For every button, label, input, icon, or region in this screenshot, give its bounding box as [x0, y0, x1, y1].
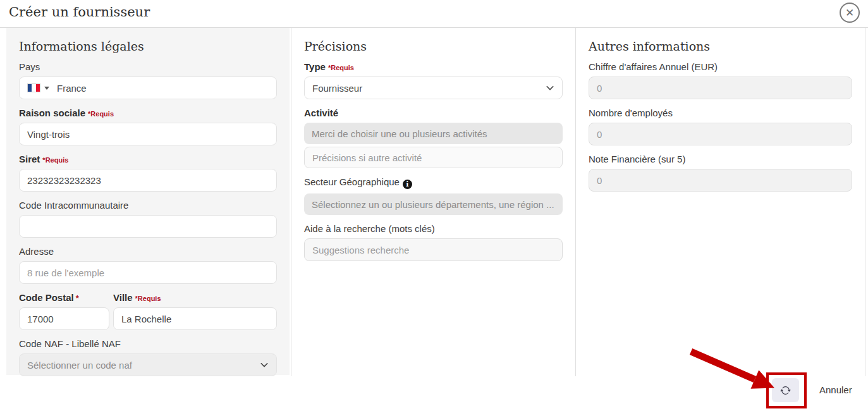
required-badge: *Requis [328, 64, 354, 71]
code-naf-placeholder: Sélectionner un code naf [27, 360, 260, 371]
siret-input[interactable] [19, 169, 277, 192]
activite-label: Activité [304, 107, 563, 118]
aide-recherche-input[interactable] [304, 238, 563, 261]
nombre-employes-value: 0 [597, 129, 602, 140]
nombre-employes-label: Nombre d'employés [589, 107, 852, 118]
required-asterisk: * [76, 293, 79, 303]
section-informations-legales: Informations légales Pays France Raison … [6, 28, 290, 375]
aide-recherche-label: Aide à la recherche (mots clés) [304, 223, 563, 234]
note-financiere-value: 0 [597, 175, 602, 186]
code-intracommunautaire-label: Code Intracommunautaire [19, 200, 277, 211]
chiffre-affaires-value: 0 [597, 83, 602, 94]
required-badge: *Requis [88, 110, 114, 118]
section-autres-informations: Autres informations Chiffre d'affaires A… [576, 28, 865, 198]
type-label: Type*Requis [304, 61, 563, 72]
modal-header: Créer un fournisseur ✕ [0, 0, 868, 28]
nombre-employes-input[interactable]: 0 [589, 123, 852, 145]
type-select[interactable]: Fournisseur [304, 77, 563, 99]
type-value: Fournisseur [312, 83, 546, 94]
section-heading: Précisions [304, 39, 563, 53]
info-circle-icon[interactable]: i [403, 180, 412, 189]
secteur-geographique-multiselect[interactable]: Sélectionnez un ou plusieurs département… [304, 193, 563, 215]
refresh-submit-button[interactable] [772, 378, 799, 402]
activite-multiselect[interactable]: Merci de choisir une ou plusieurs activi… [304, 123, 563, 144]
note-financiere-input[interactable]: 0 [589, 169, 852, 192]
activite-autre-input[interactable]: Précisions si autre activité [304, 147, 563, 168]
secteur-placeholder: Sélectionnez un ou plusieurs département… [312, 199, 554, 210]
activite-autre-placeholder: Précisions si autre activité [312, 152, 422, 163]
required-badge: *Requis [42, 156, 68, 164]
code-naf-label: Code NAF - Libellé NAF [19, 338, 277, 349]
required-badge: *Requis [135, 295, 161, 302]
close-button[interactable]: ✕ [840, 3, 860, 23]
arrow-repeat-icon [780, 385, 791, 396]
chevron-down-icon [546, 83, 554, 92]
adresse-label: Adresse [19, 246, 277, 257]
activite-placeholder: Merci de choisir une ou plusieurs activi… [312, 128, 487, 139]
page-title: Créer un fournisseur [9, 4, 150, 20]
cancel-button[interactable]: Annuler [819, 384, 852, 395]
code-intracommunautaire-input[interactable] [19, 215, 277, 238]
note-financiere-label: Note Financière (sur 5) [589, 154, 852, 164]
close-icon: ✕ [845, 6, 854, 20]
raison-sociale-label: Raison sociale*Requis [19, 107, 277, 118]
section-heading: Informations légales [19, 39, 277, 53]
raison-sociale-input[interactable] [19, 123, 277, 145]
adresse-input[interactable] [19, 261, 277, 284]
secteur-geographique-label: Secteur Géographiquei [304, 176, 563, 189]
code-naf-select[interactable]: Sélectionner un code naf [19, 353, 277, 376]
section-heading: Autres informations [589, 39, 852, 53]
ville-input[interactable] [113, 307, 277, 330]
code-postal-input[interactable] [19, 307, 109, 330]
siret-label: Siret*Requis [19, 154, 277, 164]
chiffre-affaires-label: Chiffre d'affaires Annuel (EUR) [589, 61, 852, 72]
ville-label: Ville*Requis [113, 292, 277, 303]
create-supplier-modal: Créer un fournisseur ✕ Informations léga… [0, 0, 868, 411]
pays-select[interactable]: France [19, 77, 277, 99]
code-postal-label: Code Postal* [19, 292, 109, 303]
modal-body: Informations légales Pays France Raison … [0, 28, 865, 376]
chiffre-affaires-input[interactable]: 0 [589, 77, 852, 99]
section-precisions: Précisions Type*Requis Fournisseur Activ… [291, 28, 575, 267]
chevron-down-icon [260, 360, 269, 369]
caret-down-icon [44, 87, 49, 90]
pays-value: France [57, 83, 87, 94]
pays-label: Pays [19, 61, 277, 72]
france-flag-icon [27, 83, 40, 92]
